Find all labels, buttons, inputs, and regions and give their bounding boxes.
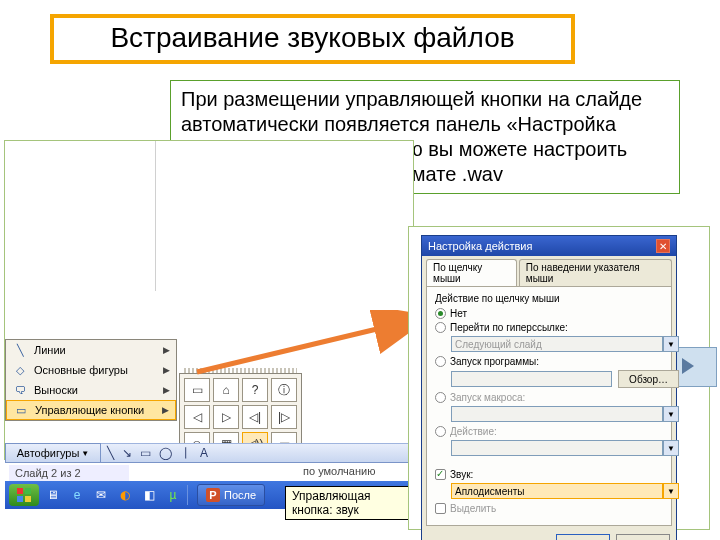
hyperlink-combo[interactable]: ▼ [451,336,679,352]
menu-item-basic-shapes[interactable]: ◇ Основные фигуры ▶ [6,360,176,380]
draw-tool-1[interactable]: ↘ [122,446,132,460]
chevron-right-icon: ▶ [163,365,170,375]
option-object-action: Действие: [435,426,663,437]
action-button-7[interactable]: |▷ [271,405,297,429]
taskbar-task-powerpoint[interactable]: P После [197,484,265,506]
svg-rect-3 [25,496,31,502]
option-label: Запуск программы: [450,356,539,367]
option-run-macro: Запуск макроса: [435,392,663,403]
svg-rect-0 [17,488,23,494]
action-button-icon: ▭ [13,402,29,418]
slide-canvas [155,141,413,291]
callout-icon: 🗨 [12,382,28,398]
lines-icon: ╲ [12,342,28,358]
action-settings-dialog: Настройка действия ✕ По щелчку мыши По н… [421,235,677,540]
checkbox-sound[interactable]: Звук: [435,469,663,480]
dropdown-icon: ▼ [663,406,679,422]
autoshapes-menu: ╲ Линии ▶ ◇ Основные фигуры ▶ 🗨 Выноски … [5,339,177,421]
action-button-4[interactable]: ◁ [184,405,210,429]
sound-combo[interactable]: ▼ [451,483,679,499]
program-path-row: Обзор… [451,370,679,388]
taskbar-icon-utorrent[interactable]: µ [163,485,183,505]
drawing-toolbar: ╲↘▭◯⼁A [101,443,413,463]
sound-value-input[interactable] [451,483,663,499]
object-action-input [451,440,663,456]
ok-button[interactable]: OK [556,534,610,540]
radio-icon [435,322,446,333]
tab-on-click[interactable]: По щелчку мыши [426,259,517,286]
draw-tool-0[interactable]: ╲ [107,446,114,460]
layout-label: по умолчанию [303,465,375,477]
draw-tool-5[interactable]: A [200,446,208,460]
radio-icon [435,392,446,403]
program-path-input[interactable] [451,371,612,387]
taskbar-icon-ie[interactable]: e [67,485,87,505]
windows-logo-icon [16,487,32,503]
option-label: Нет [450,308,467,319]
powerpoint-window-fragment: 7 · 6 · 5 · ╲ Линии ▶ ◇ Основные фигуры … [4,140,414,460]
option-label: Запуск макроса: [450,392,525,403]
sound-placeholder-shape[interactable] [673,347,717,387]
taskbar-icon-firefox[interactable]: ◐ [115,485,135,505]
menu-item-callouts[interactable]: 🗨 Выноски ▶ [6,380,176,400]
action-button-6[interactable]: ◁| [242,405,268,429]
dialog-tabs: По щелчку мыши По наведении указателя мы… [422,256,676,286]
checkbox-highlight: Выделить [435,503,663,514]
cancel-button[interactable]: Отмена [616,534,670,540]
checkbox-icon [435,503,446,514]
slide-title-box: Встраивание звуковых файлов [50,14,575,64]
dropdown-icon: ▼ [663,440,679,456]
checkbox-label: Выделить [450,503,496,514]
hyperlink-value[interactable] [451,336,663,352]
menu-item-label: Выноски [34,384,78,396]
dropdown-icon: ▼ [81,449,89,458]
task-label: После [224,489,256,501]
option-none[interactable]: Нет [435,308,663,319]
radio-icon [435,308,446,319]
chevron-right-icon: ▶ [162,405,169,415]
action-button-2[interactable]: ? [242,378,268,402]
menu-item-lines[interactable]: ╲ Линии ▶ [6,340,176,360]
shapes-icon: ◇ [12,362,28,378]
option-label: Действие: [450,426,497,437]
tab-on-hover[interactable]: По наведении указателя мыши [519,259,672,286]
radio-icon [435,426,446,437]
action-button-5[interactable]: ▷ [213,405,239,429]
group-label: Действие по щелчку мыши [435,293,663,304]
dialog-preview-frame: Настройка действия ✕ По щелчку мыши По н… [408,226,710,530]
dialog-buttons: OK Отмена [422,530,676,540]
taskbar-icon-mail[interactable]: ✉ [91,485,111,505]
macro-input [451,406,663,422]
checkbox-label: Звук: [450,469,473,480]
dropdown-icon[interactable]: ▼ [663,336,679,352]
radio-icon [435,356,446,367]
chevron-right-icon: ▶ [163,385,170,395]
menu-item-label: Основные фигуры [34,364,128,376]
dialog-title-text: Настройка действия [428,240,532,252]
dropdown-icon[interactable]: ▼ [663,483,679,499]
checkbox-icon [435,469,446,480]
draw-tool-2[interactable]: ▭ [140,446,151,460]
menu-item-label: Линии [34,344,66,356]
menu-item-action-buttons[interactable]: ▭ Управляющие кнопки ▶ [6,400,176,420]
browse-button[interactable]: Обзор… [618,370,679,388]
taskbar-icon-generic[interactable]: ◧ [139,485,159,505]
action-button-1[interactable]: ⌂ [213,378,239,402]
svg-rect-2 [17,496,23,502]
menu-item-label: Управляющие кнопки [35,404,144,416]
tooltip-action-button-sound: Управляющая кнопка: звук [285,486,413,520]
option-run-program[interactable]: Запуск программы: [435,356,663,367]
draw-tool-3[interactable]: ◯ [159,446,172,460]
autoshapes-toolbar-button[interactable]: Автофигуры ▼ [5,443,101,463]
draw-tool-4[interactable]: ⼁ [180,445,192,462]
dialog-panel: Действие по щелчку мыши Нет Перейти по г… [426,286,672,526]
option-hyperlink[interactable]: Перейти по гиперссылке: [435,322,663,333]
start-button[interactable] [9,484,39,506]
close-icon[interactable]: ✕ [656,239,670,253]
action-button-0[interactable]: ▭ [184,378,210,402]
slide-counter: Слайд 2 из 2 [9,465,129,481]
dialog-titlebar[interactable]: Настройка действия ✕ [422,236,676,256]
macro-combo: ▼ [451,406,679,422]
taskbar-icon-monitor[interactable]: 🖥 [43,485,63,505]
action-button-3[interactable]: ⓘ [271,378,297,402]
